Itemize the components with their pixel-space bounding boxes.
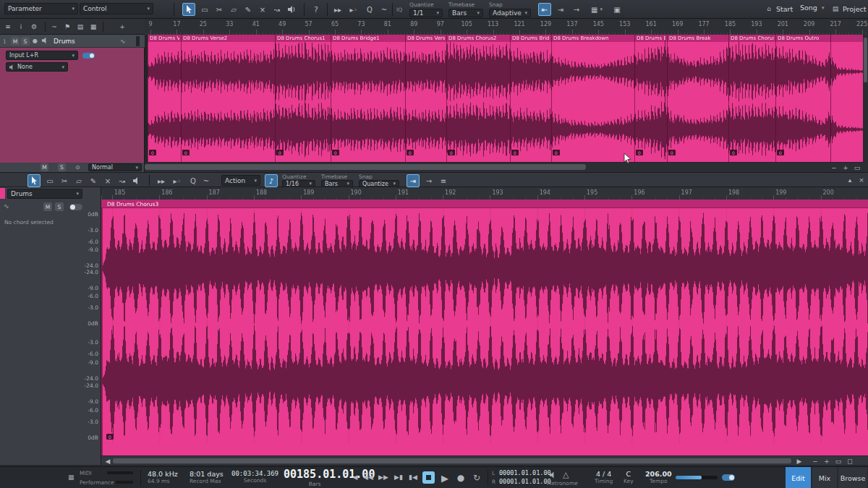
scrollbar-thumb[interactable] <box>113 458 791 463</box>
mute-tool-button[interactable]: × <box>256 3 269 16</box>
humanize-icon[interactable]: ~ <box>378 3 391 16</box>
play-marker-icon[interactable]: ▸▸ <box>155 174 168 187</box>
snap-toggle-button[interactable]: ⇥ <box>407 174 420 187</box>
edit-solo-button[interactable]: S <box>55 202 64 211</box>
snap-value-dropdown[interactable]: Adaptive▾ <box>489 9 531 17</box>
clip-name[interactable]: D8 Drums Verse1 <box>150 35 179 41</box>
wrench-icon[interactable]: ⚙ <box>29 22 39 32</box>
edit-toggle[interactable] <box>69 204 82 210</box>
zoom-preset-icon[interactable]: ◻ <box>845 456 855 466</box>
click-speaker-icon[interactable] <box>550 471 557 480</box>
record-arm-icon[interactable]: ● <box>33 38 38 44</box>
volume-slider[interactable] <box>676 476 718 479</box>
follow-button[interactable]: → <box>422 174 435 187</box>
autoscroll-icon[interactable]: ▸◦ <box>347 3 360 16</box>
volume-envelope-handle[interactable]: 0 <box>777 150 784 155</box>
clip-name[interactable]: D8 Drums Chorus1 <box>277 35 329 41</box>
edit-horizontal-scrollbar[interactable]: ◀ ▶ − + ▭ ◻ <box>101 455 868 465</box>
part-mute-button[interactable]: M <box>41 163 48 171</box>
scroll-left-icon[interactable]: ◀ <box>103 456 113 466</box>
forward-button[interactable]: ▶▶ <box>377 472 390 482</box>
volume-envelope-handle[interactable]: 0 <box>553 150 560 155</box>
loop-left-value[interactable]: 00001.01.01.00 <box>499 469 551 476</box>
part-mode-dropdown[interactable]: Normal▾ <box>88 163 142 171</box>
track-monitor-dropdown[interactable]: None▾ <box>6 62 68 72</box>
split-tool-button[interactable]: ✂ <box>213 3 226 16</box>
zoom-fit-icon[interactable]: ▭ <box>833 456 843 466</box>
close-panel-icon[interactable]: × <box>856 175 867 185</box>
project-page-button[interactable]: ▤Project <box>830 4 867 14</box>
zoom-fit-icon[interactable]: ▭ <box>852 163 862 173</box>
volume-envelope-handle[interactable]: 0 <box>636 150 643 155</box>
range-tool-button[interactable]: ▭ <box>198 3 211 16</box>
macro-button[interactable]: ▣ <box>610 3 624 16</box>
edit-listen-tool-button[interactable] <box>130 174 143 187</box>
detach-panel-icon[interactable]: ▴ <box>845 175 855 185</box>
song-page-button[interactable]: Song▾ <box>800 4 824 12</box>
arrange-horizontal-scrollbar[interactable]: − + ▭ <box>145 163 868 172</box>
help-button[interactable]: ? <box>310 3 323 16</box>
action-dropdown[interactable]: Action▾ <box>221 175 260 186</box>
quantize-value-dropdown[interactable]: 1/1▾ <box>409 9 443 17</box>
volume-envelope-handle[interactable]: 0 <box>182 150 190 155</box>
quantize-q-icon[interactable]: Q <box>187 174 200 187</box>
key-group[interactable]: CKey <box>624 470 634 484</box>
layers-icon[interactable]: ▤ <box>75 22 85 32</box>
clip-name[interactable]: D8 Drums Bridge1 <box>333 35 404 41</box>
volume-envelope-handle[interactable]: 0 <box>730 150 737 155</box>
volume-envelope-handle[interactable]: 0 <box>511 150 519 155</box>
edit-clip-header[interactable]: D8 Drums Chorus3 <box>101 200 868 208</box>
clip-name[interactable]: D8 Drums Build <box>637 35 665 41</box>
track-input-dropdown[interactable]: Input L+R▾ <box>6 51 78 60</box>
arrange-content[interactable]: D8 Drums Verse10D8 Drums Verse20D8 Drums… <box>145 35 868 163</box>
return-to-zero-button[interactable]: ▮◀ <box>407 472 420 482</box>
mix-page-button[interactable]: Mix <box>812 467 837 488</box>
automation-curve-icon[interactable]: ~ <box>49 22 59 32</box>
play-button[interactable]: ▶ <box>438 471 451 484</box>
autoscroll-icon[interactable]: ▸◦ <box>171 174 184 187</box>
quantize-q-icon[interactable]: Q <box>363 3 376 16</box>
edit-mute-tool-button[interactable]: × <box>101 174 114 187</box>
loop-right-value[interactable]: 00001.01.01.00 <box>499 478 551 485</box>
follow-button[interactable]: → <box>570 3 583 16</box>
eraser-tool-button[interactable]: ▱ <box>227 3 240 16</box>
paint-tool-button[interactable]: ✎ <box>242 3 255 16</box>
browse-page-button[interactable]: Browse <box>838 467 867 488</box>
scrollbar-thumb[interactable] <box>864 38 867 82</box>
edit-timebase-value-dropdown[interactable]: Bars▾ <box>321 180 353 187</box>
arrow-tool-button[interactable] <box>182 3 195 16</box>
edit-split-tool-button[interactable]: ✂ <box>58 174 71 187</box>
input-monitor-toggle[interactable] <box>82 53 95 59</box>
add-track-button[interactable]: + <box>117 22 127 32</box>
stop-button[interactable] <box>422 471 435 484</box>
scrollbar-thumb[interactable] <box>145 164 586 170</box>
bend-tool-button[interactable]: ↝ <box>271 3 284 16</box>
edit-track-dropdown[interactable]: Drums▾ <box>7 189 82 199</box>
arrange-vertical-scrollbar[interactable] <box>863 35 868 163</box>
input-quantize-label[interactable]: IQ <box>396 7 402 13</box>
volume-envelope-handle[interactable]: 0 <box>332 150 339 155</box>
loop-button[interactable]: ↻ <box>470 471 483 484</box>
prev-bar-button[interactable]: ◀ <box>350 472 360 482</box>
track-mute-button[interactable]: M <box>11 37 20 46</box>
arrange-timeline-ruler[interactable]: 9172533414957657381899710511312112913714… <box>145 19 868 35</box>
track-name[interactable]: Drums <box>54 38 75 45</box>
edit-mute-button[interactable]: M <box>43 202 52 211</box>
zoom-out-icon[interactable]: − <box>810 456 820 466</box>
zoom-out-icon[interactable]: − <box>829 163 839 173</box>
grid-icon[interactable]: ▦ <box>88 22 98 32</box>
clip-name[interactable]: D8 Drums Bridge2 <box>512 35 550 41</box>
metronome-grid-icon[interactable]: ≡ <box>437 174 450 187</box>
part-solo-button[interactable]: S <box>58 163 66 171</box>
marker-flag-icon[interactable]: ⚑ <box>62 22 72 32</box>
clip-name[interactable]: D8 Drums Outro <box>778 35 861 41</box>
edit-page-button[interactable]: Edit <box>786 467 811 488</box>
clip-name[interactable]: D8 Drums Verse2 <box>183 35 273 41</box>
parameter-dropdown[interactable]: Parameter▾ <box>4 3 78 14</box>
record-button[interactable]: ● <box>454 471 467 484</box>
bars-display[interactable]: 00185.01.01.00Bars <box>284 468 346 487</box>
rewind-button[interactable]: ◀◀ <box>362 472 375 482</box>
edit-eraser-tool-button[interactable]: ▱ <box>72 174 85 187</box>
track-title-row[interactable]: 1 M S ● Drums ∿ <box>0 35 145 48</box>
monitor-speaker-icon[interactable] <box>42 37 49 46</box>
